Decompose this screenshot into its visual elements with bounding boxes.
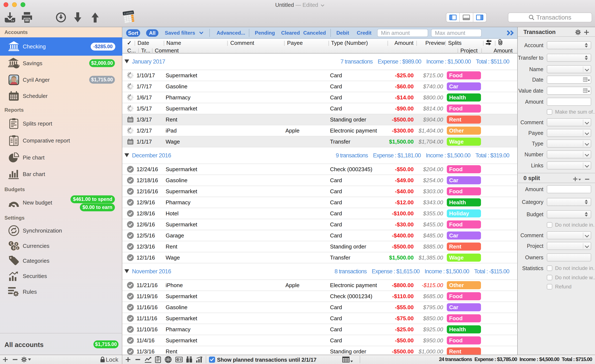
- svg-text:£: £: [17, 246, 19, 250]
- svg-text:¥: ¥: [15, 242, 17, 246]
- svg-text:€: €: [10, 242, 12, 245]
- svg-text:€: €: [177, 358, 178, 361]
- svg-text:$: $: [13, 246, 15, 250]
